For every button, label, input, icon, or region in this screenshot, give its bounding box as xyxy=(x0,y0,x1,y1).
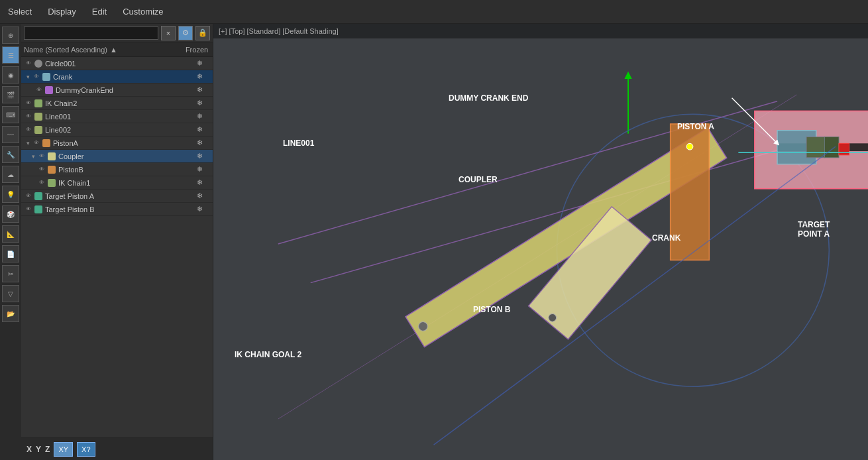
tree-row-icons: 👁 xyxy=(37,165,56,174)
rail-icon-10[interactable]: 🎲 xyxy=(2,205,19,223)
tree-row-icons: 👁 xyxy=(24,125,43,135)
tree-row[interactable]: 👁 Line002 ❄ xyxy=(21,123,213,137)
x-label: X xyxy=(27,445,32,454)
rail-icon-8[interactable]: ☁ xyxy=(2,166,19,183)
visibility-icon[interactable]: 👁 xyxy=(32,72,41,82)
obj-type-icon xyxy=(44,86,54,95)
tree-node-label: Line002 xyxy=(43,126,186,134)
search-filter-button[interactable]: ⚙ xyxy=(178,26,193,40)
rail-icon-5[interactable]: ⌨ xyxy=(2,106,19,123)
tree-col-frozen: Frozen xyxy=(184,46,210,54)
tree-row[interactable]: 👁 Target Piston B ❄ xyxy=(21,203,213,216)
tree-node-label: PistonA xyxy=(51,139,186,147)
visibility-icon[interactable]: 👁 xyxy=(37,178,46,188)
z-label: Z xyxy=(45,445,50,454)
rail-icon-9[interactable]: 💡 xyxy=(2,186,19,203)
tree-row[interactable]: 👁 PistonB ❄ xyxy=(21,163,213,176)
tree-node-label: Target Piston A xyxy=(43,192,186,200)
rail-icon-2[interactable]: ☰ xyxy=(2,46,19,64)
search-input[interactable] xyxy=(24,27,158,40)
tree-node-label: IK Chain2 xyxy=(43,99,186,107)
tree-node-label: PistonB xyxy=(56,166,186,174)
tree-row-icons: 👁 xyxy=(32,72,51,82)
viewport-header-text: [+] [Top] [Standard] [Default Shading] xyxy=(219,27,339,35)
tree-header: Name (Sorted Ascending) ▲ Frozen xyxy=(21,42,213,57)
frozen-icon: ❄ xyxy=(186,99,213,107)
rail-icon-3[interactable]: ◉ xyxy=(2,66,19,84)
rail-icon-13[interactable]: ✂ xyxy=(2,265,19,282)
coord-bar: X Y Z XY X? xyxy=(21,437,213,460)
tree-row-icons: 👁 xyxy=(24,59,43,68)
menu-select[interactable]: Select xyxy=(5,5,34,18)
tree-node-label: Coupler xyxy=(56,152,186,160)
xz-button[interactable]: X? xyxy=(77,442,95,457)
rail-icon-1[interactable]: ⊕ xyxy=(2,27,19,44)
visibility-icon[interactable]: 👁 xyxy=(32,139,41,148)
visibility-icon[interactable]: 👁 xyxy=(24,192,33,201)
tree-row[interactable]: ▾ 👁 Coupler ❄ xyxy=(21,150,213,163)
search-clear-button[interactable]: × xyxy=(161,26,176,40)
frozen-icon: ❄ xyxy=(186,178,213,187)
scene-tree-panel: × ⚙ 🔒 Name (Sorted Ascending) ▲ Frozen 👁 xyxy=(21,24,213,460)
visibility-icon[interactable]: 👁 xyxy=(37,165,46,174)
tree-row-icons: 👁 xyxy=(34,86,54,95)
y-label: Y xyxy=(36,445,41,454)
tree-row[interactable]: ▾ 👁 PistonA ❄ xyxy=(21,137,213,150)
svg-rect-18 xyxy=(806,137,824,158)
tree-row[interactable]: 👁 Line001 ❄ xyxy=(21,110,213,123)
tree-row[interactable]: 👁 IK Chain2 ❄ xyxy=(21,97,213,110)
viewport-header: [+] [Top] [Standard] [Default Shading] xyxy=(213,24,868,38)
tree-row-icons: 👁 xyxy=(24,112,43,121)
visibility-icon[interactable]: 👁 xyxy=(37,152,46,161)
visibility-icon[interactable]: 👁 xyxy=(24,205,33,214)
obj-type-icon xyxy=(42,72,51,82)
tree-node-label: Target Piston B xyxy=(43,205,186,213)
frozen-icon: ❄ xyxy=(186,139,213,147)
visibility-icon[interactable]: 👁 xyxy=(24,125,33,135)
tree-sort-icon: ▲ xyxy=(110,46,117,54)
svg-rect-20 xyxy=(839,143,849,155)
frozen-icon: ❄ xyxy=(186,112,213,121)
obj-type-icon xyxy=(34,125,43,135)
tree-node-label: Circle001 xyxy=(43,60,186,68)
obj-type-icon xyxy=(47,165,56,174)
frozen-icon: ❄ xyxy=(186,165,213,174)
menu-display[interactable]: Display xyxy=(45,5,79,18)
frozen-icon: ❄ xyxy=(186,59,213,68)
obj-type-icon xyxy=(34,99,43,108)
left-icon-rail: ⊕ ☰ ◉ 🎬 ⌨ 〰 🔧 ☁ 💡 🎲 📐 📄 ✂ ▽ 📂 xyxy=(0,24,21,460)
tree-col-name: Name (Sorted Ascending) xyxy=(24,46,107,54)
search-lock-button[interactable]: 🔒 xyxy=(195,26,210,40)
obj-type-icon xyxy=(47,152,56,161)
visibility-icon[interactable]: 👁 xyxy=(34,86,44,95)
rail-icon-14[interactable]: ▽ xyxy=(2,285,19,302)
visibility-icon[interactable]: 👁 xyxy=(24,112,33,121)
tree-node-label: IK Chain1 xyxy=(56,179,186,187)
tree-row[interactable]: ▾ 👁 Crank ❄ xyxy=(21,70,213,84)
tree-row[interactable]: 👁 DummyCrankEnd ❄ xyxy=(21,84,213,97)
tree-row[interactable]: 👁 Target Piston A ❄ xyxy=(21,190,213,203)
rail-icon-6[interactable]: 〰 xyxy=(2,126,19,143)
tree-row[interactable]: 👁 IK Chain1 ❄ xyxy=(21,176,213,190)
expand-icon[interactable]: ▾ xyxy=(24,73,32,81)
viewport[interactable]: [+] [Top] [Standard] [Default Shading] xyxy=(213,24,868,460)
obj-type-icon xyxy=(34,192,43,201)
expand-icon[interactable]: ▾ xyxy=(29,152,37,160)
viewport-scene xyxy=(213,24,868,460)
rail-icon-4[interactable]: 🎬 xyxy=(2,86,19,103)
rail-icon-12[interactable]: 📄 xyxy=(2,245,19,262)
svg-rect-19 xyxy=(824,137,839,158)
visibility-icon[interactable]: 👁 xyxy=(24,99,33,108)
xy-button[interactable]: XY xyxy=(54,442,73,457)
menu-edit[interactable]: Edit xyxy=(89,5,109,18)
frozen-icon: ❄ xyxy=(186,192,213,200)
menu-customize[interactable]: Customize xyxy=(120,5,166,18)
rail-icon-15[interactable]: 📂 xyxy=(2,305,19,322)
tree-row[interactable]: 👁 Circle001 ❄ xyxy=(21,57,213,70)
obj-type-icon xyxy=(34,205,43,214)
visibility-icon[interactable]: 👁 xyxy=(24,59,33,68)
scene-tree: 👁 Circle001 ❄ ▾ 👁 Crank xyxy=(21,57,213,437)
expand-icon[interactable]: ▾ xyxy=(24,139,32,147)
rail-icon-7[interactable]: 🔧 xyxy=(2,146,19,163)
rail-icon-11[interactable]: 📐 xyxy=(2,225,19,243)
